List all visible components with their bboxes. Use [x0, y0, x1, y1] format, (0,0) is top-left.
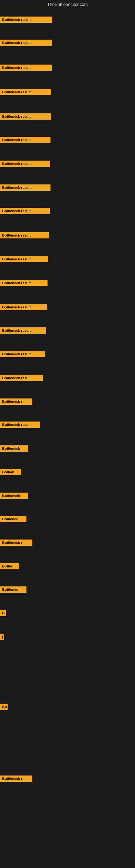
- bottleneck-item: Bottleneck result: [0, 137, 50, 144]
- bottleneck-item: Bottleneck result: [0, 89, 51, 96]
- bottleneck-label: Bottleneck r: [0, 399, 32, 405]
- bottleneck-label: Bo: [0, 704, 8, 710]
- bottleneck-item: Bottleneck r: [0, 399, 32, 406]
- bottleneck-item: B: [0, 610, 6, 617]
- bottleneck-item: Bottleneck result: [0, 256, 48, 264]
- bottleneck-item: Bottlenec: [0, 586, 27, 594]
- bottleneck-label: Bottle: [0, 563, 19, 569]
- bottleneck-label: Bottleneck result: [0, 304, 47, 310]
- bottleneck-item: Bottlen: [0, 469, 21, 476]
- bottleneck-item: Bottleneck result: [0, 65, 52, 72]
- bottleneck-label: Bottleneck resul: [0, 375, 43, 381]
- bottleneck-item: Bottleneck resul: [0, 375, 43, 382]
- bottleneck-item: Bo: [0, 704, 8, 711]
- bottleneck-label: Bottleneck: [0, 493, 28, 499]
- bottleneck-item: Bottleneck result: [0, 351, 45, 358]
- bottleneck-item: Bottleneck r: [0, 775, 32, 783]
- bottleneck-label: Bottleneck result: [0, 232, 49, 239]
- bottleneck-label: Bottleneck result: [0, 256, 48, 262]
- bottleneck-label: Bottleneck resu: [0, 422, 40, 428]
- bottleneck-label: Bottleneck result: [0, 40, 52, 46]
- bottleneck-label: B: [0, 610, 6, 616]
- bottleneck-label: Bottleneck r: [0, 539, 32, 546]
- bottleneck-label: Bottlenec: [0, 516, 27, 522]
- bottleneck-item: Bottleneck result: [0, 232, 49, 240]
- site-title: TheBottlenecker.com: [0, 0, 135, 9]
- bottleneck-item: Bottleneck result: [0, 184, 50, 192]
- bottleneck-item: |: [0, 633, 4, 641]
- bottleneck-label: Bottleneck result: [0, 280, 48, 286]
- bottleneck-item: Bottleneck: [0, 493, 28, 500]
- bottleneck-item: Bottleneck r: [0, 539, 32, 547]
- bottleneck-label: Bottleneck result: [0, 208, 50, 214]
- bottleneck-label: Bottleneck result: [0, 161, 50, 167]
- bottleneck-label: Bottleneck result: [0, 137, 50, 143]
- bottleneck-label: Bottleneck result: [0, 65, 52, 71]
- bottleneck-item: Bottleneck result: [0, 328, 46, 335]
- bottleneck-label: Bottleneck result: [0, 89, 51, 95]
- bottleneck-label: Bottleneck r: [0, 775, 32, 782]
- bottleneck-label: Bottlenec: [0, 586, 27, 593]
- bottleneck-label: Bottleneck: [0, 445, 28, 452]
- bottleneck-item: Bottleneck: [0, 445, 28, 453]
- bottleneck-item: Bottleneck result: [0, 161, 50, 168]
- bottleneck-label: Bottlen: [0, 469, 21, 475]
- bottleneck-item: Bottle: [0, 563, 19, 570]
- bottleneck-label: Bottleneck result: [0, 328, 46, 334]
- bottleneck-item: Bottlenec: [0, 516, 27, 523]
- bottleneck-label: Bottleneck result: [0, 351, 45, 357]
- bottleneck-label: Bottleneck result: [0, 184, 50, 191]
- bottleneck-item: Bottleneck result: [0, 304, 47, 311]
- bottleneck-item: Bottleneck result: [0, 280, 48, 287]
- bottleneck-label: Bottleneck result: [0, 113, 51, 120]
- bottleneck-label: Bottleneck result: [0, 17, 52, 23]
- bottleneck-item: Bottleneck result: [0, 17, 52, 24]
- bottleneck-item: Bottleneck result: [0, 40, 52, 47]
- bottleneck-item: Bottleneck resu: [0, 422, 40, 429]
- bottleneck-item: Bottleneck result: [0, 113, 51, 121]
- bottleneck-item: Bottleneck result: [0, 208, 50, 215]
- bottleneck-label: |: [0, 633, 4, 640]
